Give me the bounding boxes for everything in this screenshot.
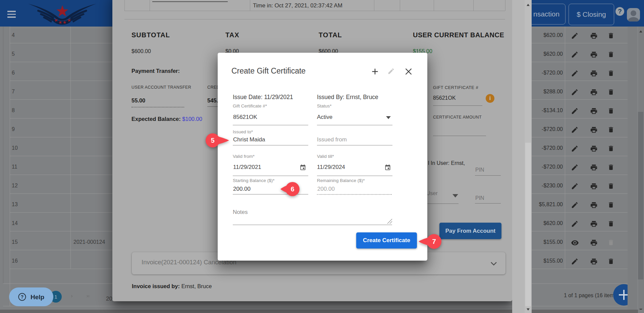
svg-text:7: 7: [432, 237, 436, 245]
svg-text:5: 5: [211, 137, 214, 144]
svg-text:6: 6: [290, 185, 294, 193]
svg-text:?: ?: [21, 294, 24, 300]
